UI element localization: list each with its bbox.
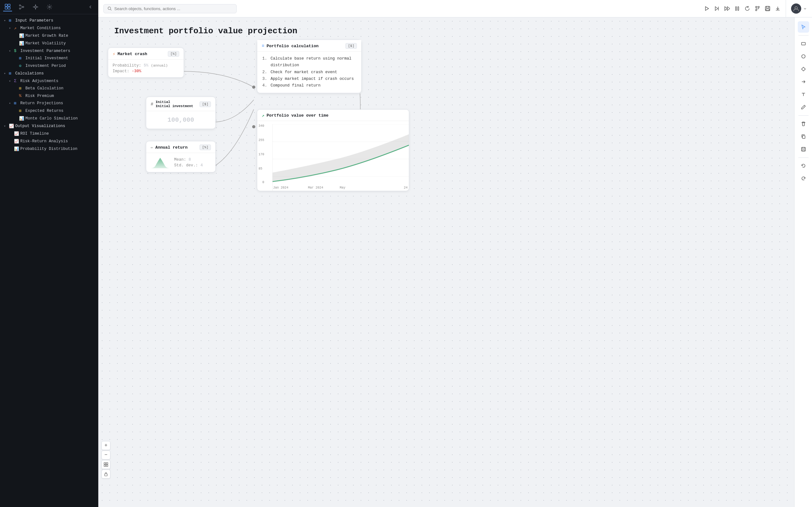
- play-button[interactable]: [704, 6, 710, 11]
- svg-rect-1: [8, 4, 10, 6]
- sidebar-item-monte-carlo[interactable]: ▸ 📊 Monte Carlo Simulation: [0, 115, 98, 122]
- pen-tool-button[interactable]: [798, 101, 809, 113]
- svg-rect-39: [802, 43, 805, 45]
- sidebar: ▾ ⊞ Input Parameters ▾ ↗ Market Conditio…: [0, 0, 98, 507]
- y-label-340: 340: [258, 124, 264, 128]
- svg-rect-41: [803, 135, 805, 138]
- sidebar-tree: ▾ ⊞ Input Parameters ▾ ↗ Market Conditio…: [0, 14, 98, 507]
- page-title: Investment portfolio value projection: [114, 26, 297, 36]
- skip-forward-button[interactable]: [724, 6, 730, 11]
- linechart-icon3: 📈: [14, 139, 19, 144]
- diamond-tool-button[interactable]: [798, 63, 809, 75]
- svg-rect-0: [5, 4, 7, 6]
- fit-view-button[interactable]: [101, 460, 110, 469]
- trend-icon: ↗: [14, 26, 19, 31]
- sidebar-item-investment-parameters[interactable]: ▾ $ Investment Parameters: [0, 47, 98, 55]
- arrow-tool-button[interactable]: [798, 76, 809, 88]
- list-icon: ≡: [262, 43, 264, 49]
- cursor-tool-button[interactable]: [798, 21, 809, 33]
- svg-rect-3: [8, 7, 10, 9]
- sparkle-icon[interactable]: [31, 3, 40, 11]
- sidebar-item-risk-return-analysis[interactable]: ▸ 📈 Risk-Return Analysis: [0, 137, 98, 145]
- sidebar-item-expected-returns[interactable]: ▸ ⊞ Expected Returns: [0, 107, 98, 115]
- sigma-icon: Σ: [14, 78, 19, 83]
- toolbar: [98, 0, 786, 17]
- settings-icon[interactable]: [45, 3, 54, 11]
- trash-button[interactable]: [798, 118, 809, 130]
- sidebar-item-return-projections[interactable]: ▾ ⊞ Return Projections: [0, 100, 98, 107]
- svg-point-8: [108, 7, 111, 10]
- refresh-button[interactable]: [745, 6, 750, 11]
- chevron-down-icon: ▾: [4, 19, 8, 22]
- collapse-sidebar-button[interactable]: [86, 3, 95, 11]
- circle-tool-button[interactable]: [798, 51, 809, 62]
- chart-icon9: 📊: [14, 147, 19, 152]
- sidebar-item-risk-adjustments[interactable]: ▾ Σ Risk Adjustments: [0, 77, 98, 84]
- sidebar-item-input-parameters[interactable]: ▾ ⊞ Input Parameters: [0, 17, 98, 24]
- branch-button[interactable]: [755, 6, 760, 11]
- chart-icon8: 📊: [19, 116, 24, 121]
- svg-rect-21: [766, 9, 769, 10]
- svg-point-6: [19, 8, 20, 9]
- clock-icon: ⊙: [19, 63, 24, 68]
- redo-button[interactable]: [798, 173, 809, 184]
- calc-step-3: Apply market impact if crash occurs: [262, 76, 356, 82]
- grid-icon3: ⊞: [19, 56, 24, 61]
- git-icon[interactable]: [17, 3, 26, 11]
- y-label-85: 85: [258, 167, 262, 170]
- sidebar-item-roi-timeline[interactable]: ▸ 📈 ROI Timeline: [0, 130, 98, 137]
- sidebar-item-market-conditions[interactable]: ▾ ↗ Market Conditions: [0, 24, 98, 32]
- calc-step-4: Compound final return: [262, 82, 356, 89]
- save-panel-button[interactable]: [798, 144, 809, 155]
- trending-up-icon: ↗: [262, 113, 264, 118]
- canvas[interactable]: Investment portfolio value projection: [98, 17, 794, 507]
- play-next-button[interactable]: [714, 6, 720, 11]
- svg-rect-44: [802, 150, 805, 151]
- svg-point-7: [49, 6, 50, 8]
- save-button[interactable]: [765, 6, 770, 11]
- text-tool-button[interactable]: [798, 89, 809, 100]
- linechart-icon: 📈: [9, 124, 14, 129]
- svg-rect-34: [104, 463, 106, 464]
- lightning-icon: ⚡: [113, 51, 115, 57]
- svg-rect-37: [106, 465, 108, 466]
- grid-icon[interactable]: [3, 3, 12, 11]
- market-crash-node: ⚡ Market crash [%] Probability: 5% (annu…: [108, 48, 184, 78]
- avatar: [791, 3, 801, 14]
- divider-2: [798, 115, 809, 116]
- calc-step-1: Calculate base return using normal distr…: [262, 55, 356, 69]
- svg-point-24: [252, 86, 255, 89]
- svg-point-16: [756, 6, 757, 8]
- y-label-255: 255: [258, 138, 264, 142]
- rectangle-tool-button[interactable]: [798, 38, 809, 49]
- pause-button[interactable]: [734, 6, 740, 11]
- sidebar-item-probability-dist[interactable]: ▸ 📊 Probability Distribution: [0, 145, 98, 153]
- chart-svg: [272, 124, 409, 191]
- sidebar-item-output-visualizations[interactable]: ▾ 📈 Output Visualizations: [0, 122, 98, 130]
- sidebar-item-initial-investment[interactable]: ▸ ⊞ Initial Investment: [0, 55, 98, 62]
- sidebar-item-market-growth-rate[interactable]: ▸ 📊 Market Growth Rate: [0, 32, 98, 40]
- grid-icon7: ⊞: [19, 108, 24, 113]
- chart-icon: 📊: [19, 33, 24, 38]
- download-button[interactable]: [775, 6, 780, 11]
- copy-button[interactable]: [798, 131, 809, 142]
- sidebar-item-beta-calculation[interactable]: ▸ ⊞ Beta Calculation: [0, 84, 98, 92]
- percent-icon: %: [19, 94, 24, 98]
- initial-investment-node: # Initial Initial investment [$] 100,000: [146, 97, 216, 129]
- sidebar-item-risk-premium[interactable]: ▸ % Risk Premium: [0, 92, 98, 100]
- sidebar-item-calculations[interactable]: ▾ ⊞ Calculations: [0, 70, 98, 77]
- undo-button[interactable]: [798, 160, 809, 172]
- linechart-icon2: 📈: [14, 131, 19, 136]
- chart-icon2: 📊: [19, 41, 24, 46]
- svg-rect-14: [735, 7, 737, 10]
- sidebar-item-investment-period[interactable]: ▸ ⊙ Investment Period: [0, 62, 98, 70]
- sidebar-item-market-volatility[interactable]: ▸ 📊 Market Volatility: [0, 40, 98, 47]
- portfolio-chart-card: ↗ Portfolio value over time 340 255 170 …: [257, 109, 409, 191]
- search-bar: [103, 4, 237, 13]
- x-label-may: May: [340, 186, 345, 189]
- zoom-out-button[interactable]: −: [101, 451, 110, 459]
- lock-button[interactable]: [101, 469, 110, 478]
- search-input[interactable]: [114, 6, 233, 11]
- zoom-in-button[interactable]: +: [101, 441, 110, 450]
- user-avatar-area[interactable]: [786, 0, 812, 17]
